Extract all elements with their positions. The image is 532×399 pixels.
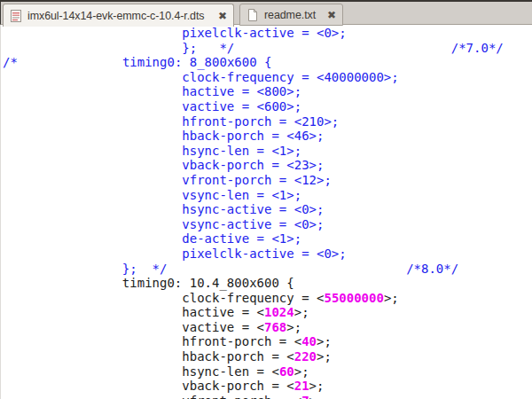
code-line: hsync-active = <0>;	[3, 202, 532, 217]
text-file-icon	[246, 8, 259, 22]
code-line: timing0: 10.4_800x600 {	[3, 276, 532, 291]
code-line: hfront-porch = <210>;	[3, 114, 532, 129]
code-line: de-active = <1>;	[3, 231, 532, 246]
tab-label: readme.txt	[264, 9, 322, 21]
code-line: vback-porch = <23>;	[3, 158, 532, 173]
code-line: hactive = <1024>;	[3, 305, 532, 320]
code-line: vsync-active = <0>;	[3, 217, 532, 232]
code-line: vactive = <600>;	[3, 99, 532, 114]
tab-bar: imx6ul-14x14-evk-emmc-c-10.4-r.dts ✖ rea…	[0, 0, 532, 25]
code-editor: pixelclk-active = <0>; }; */ /*7.0*//* t…	[1, 25, 532, 399]
code-line: hback-porch = <46>;	[3, 129, 532, 144]
code-line: vactive = <768>;	[3, 320, 532, 335]
code-line: }; */ /*8.0*/	[3, 262, 532, 277]
text-editor-area[interactable]: pixelclk-active = <0>; }; */ /*7.0*//* t…	[0, 25, 532, 399]
close-icon[interactable]: ✖	[218, 11, 227, 21]
code-line: vsync-len = <1>;	[3, 188, 532, 203]
code-line: clock-frequency = <40000000>;	[3, 70, 532, 85]
dts-file-icon	[10, 9, 22, 23]
code-line: }; */ /*7.0*/	[3, 41, 532, 56]
code-line: vback-porch = <21>;	[3, 379, 532, 394]
code-line: vfront-porch = <7>;	[3, 394, 532, 399]
editor-window: imx6ul-14x14-evk-emmc-c-10.4-r.dts ✖ rea…	[0, 0, 532, 399]
code-line: pixelclk-active = <0>;	[3, 246, 532, 262]
code-line: vfront-porch = <12>;	[3, 173, 532, 188]
code-line: /* timing0: 8_800x600 {	[3, 55, 532, 70]
tab-label: imx6ul-14x14-evk-emmc-c-10.4-r.dts	[27, 10, 213, 22]
code-line: hback-porch = <220>;	[3, 349, 532, 364]
tab-dts-file[interactable]: imx6ul-14x14-evk-emmc-c-10.4-r.dts ✖	[3, 4, 234, 27]
close-icon[interactable]: ✖	[327, 10, 336, 20]
tab-readme[interactable]: readme.txt ✖	[239, 4, 343, 26]
code-line: hsync-len = <1>;	[3, 144, 532, 159]
code-line: hfront-porch = <40>;	[3, 334, 532, 349]
code-line: hactive = <800>;	[3, 84, 532, 99]
code-line: pixelclk-active = <0>;	[3, 26, 532, 41]
code-line: hsync-len = <60>;	[3, 364, 532, 379]
code-line: clock-frequency = <55000000>;	[3, 291, 532, 306]
